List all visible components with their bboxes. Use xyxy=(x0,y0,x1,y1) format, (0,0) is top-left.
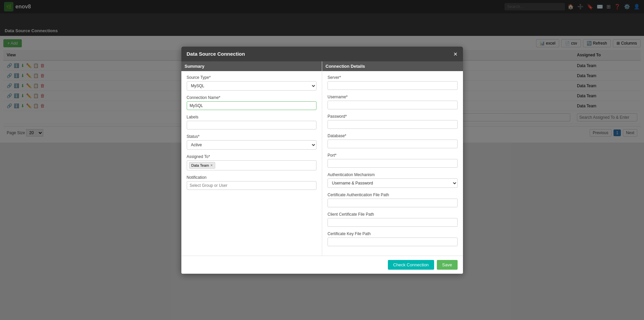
labels-group: Labels xyxy=(187,115,317,129)
server-label: Server* xyxy=(328,75,458,80)
username-label: Username* xyxy=(328,95,458,99)
summary-section-header: Summary xyxy=(181,61,322,71)
password-group: Password* xyxy=(328,114,458,129)
database-label: Database* xyxy=(328,134,458,138)
modal-overlay[interactable]: Data Source Connection × Summary Source … xyxy=(0,0,644,143)
connection-name-input[interactable] xyxy=(187,101,317,110)
source-type-select[interactable]: MySQL PostgreSQL MSSQL Oracle xyxy=(187,81,317,91)
source-type-group: Source Type* MySQL PostgreSQL MSSQL Orac… xyxy=(187,75,317,91)
status-group: Status* Active Inactive xyxy=(187,134,317,143)
modal-close-button[interactable]: × xyxy=(454,51,458,57)
status-label: Status* xyxy=(187,134,317,139)
connection-name-label: Connection Name* xyxy=(187,95,317,100)
server-input[interactable] xyxy=(328,81,458,90)
username-input[interactable] xyxy=(328,101,458,109)
modal-dialog: Data Source Connection × Summary Source … xyxy=(181,47,463,143)
server-group: Server* xyxy=(328,75,458,90)
source-type-label: Source Type* xyxy=(187,75,317,80)
password-input[interactable] xyxy=(328,120,458,129)
labels-input[interactable] xyxy=(187,121,317,129)
labels-label: Labels xyxy=(187,115,317,119)
modal-header: Data Source Connection × xyxy=(181,47,463,61)
database-group: Database* xyxy=(328,134,458,143)
connection-section-header: Connection Details xyxy=(322,61,463,71)
username-group: Username* xyxy=(328,95,458,109)
modal-body: Summary Source Type* MySQL PostgreSQL MS… xyxy=(181,61,463,143)
modal-title: Data Source Connection xyxy=(187,51,245,57)
password-label: Password* xyxy=(328,114,458,119)
modal-connection-panel: Connection Details Server* Username* Pas… xyxy=(322,61,463,143)
database-input[interactable] xyxy=(328,140,458,143)
connection-name-group: Connection Name* xyxy=(187,95,317,110)
modal-summary-panel: Summary Source Type* MySQL PostgreSQL MS… xyxy=(181,61,323,143)
status-select[interactable]: Active Inactive xyxy=(187,140,317,143)
